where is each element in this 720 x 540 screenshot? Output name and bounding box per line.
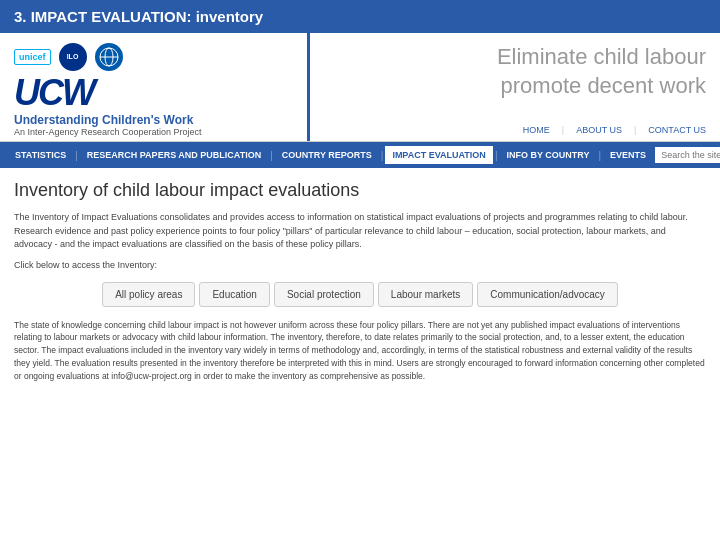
tagline-area: Eliminate child labour promote decent wo…	[310, 33, 720, 141]
tagline: Eliminate child labour promote decent wo…	[497, 43, 706, 100]
contact-link[interactable]: CONTACT US	[648, 125, 706, 135]
btn-labour-markets[interactable]: Labour markets	[378, 282, 473, 307]
world-bank-logo	[95, 43, 123, 71]
btn-communication[interactable]: Communication/advocacy	[477, 282, 618, 307]
policy-buttons: All policy areas Education Social protec…	[14, 282, 706, 307]
ucw-logo-text: UCW	[14, 75, 293, 111]
btn-social-protection[interactable]: Social protection	[274, 282, 374, 307]
site-nav: HOME | ABOUT US | CONTACT US	[523, 119, 706, 141]
tagline-line2: promote decent work	[497, 72, 706, 101]
nav-statistics[interactable]: STATISTICS	[8, 146, 73, 164]
logo-area: unicef ILO UCW Understanding Children's …	[0, 33, 310, 141]
click-text: Click below to access the Inventory:	[14, 260, 706, 270]
search-input[interactable]	[655, 147, 720, 163]
tagline-line1: Eliminate child labour	[497, 43, 706, 72]
header-title: 3. IMPACT EVALUATION: inventory	[14, 8, 263, 25]
unicef-logo: unicef	[14, 49, 51, 65]
description-text: The Inventory of Impact Evaluations cons…	[14, 211, 706, 252]
nav-info-country[interactable]: INFO BY COUNTRY	[499, 146, 596, 164]
header-bar: 3. IMPACT EVALUATION: inventory	[0, 0, 720, 33]
top-section: unicef ILO UCW Understanding Children's …	[0, 33, 720, 142]
page-title: Inventory of child labour impact evaluat…	[14, 180, 706, 201]
about-link[interactable]: ABOUT US	[576, 125, 622, 135]
nav-research[interactable]: RESEARCH PAPERS AND PUBLICATION	[80, 146, 268, 164]
nav-country-reports[interactable]: COUNTRY REPORTS	[275, 146, 379, 164]
nav-events[interactable]: EVENTS	[603, 146, 653, 164]
btn-all-policy[interactable]: All policy areas	[102, 282, 195, 307]
nav-bar: STATISTICS | RESEARCH PAPERS AND PUBLICA…	[0, 142, 720, 168]
home-link[interactable]: HOME	[523, 125, 550, 135]
body-text: The state of knowledge concerning child …	[14, 319, 706, 383]
ucw-title: Understanding Children's Work	[14, 113, 293, 127]
main-content: Inventory of child labour impact evaluat…	[0, 168, 720, 394]
ucw-subtitle: An Inter-Agency Research Cooperation Pro…	[14, 127, 293, 137]
btn-education[interactable]: Education	[199, 282, 269, 307]
nav-impact-evaluation[interactable]: IMPACT EVALUATION	[385, 146, 493, 164]
ilo-logo: ILO	[59, 43, 87, 71]
logo-top: unicef ILO	[14, 43, 293, 71]
